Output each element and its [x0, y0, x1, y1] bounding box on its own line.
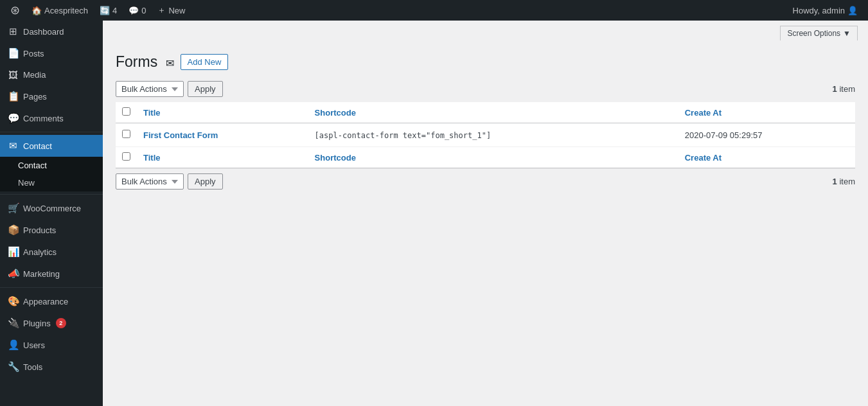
woocommerce-icon: 🛒: [8, 202, 18, 214]
sidebar-label-dashboard: Dashboard: [23, 27, 64, 37]
admin-avatar-icon: 👤: [847, 6, 858, 15]
sidebar-item-products[interactable]: 📦 Products: [0, 219, 103, 241]
sidebar-sep-1: [0, 132, 103, 132]
table-foot: Title Shortcode Create At: [116, 147, 855, 168]
add-new-button[interactable]: Add New: [181, 54, 229, 70]
screen-options-chevron-icon: ▼: [843, 29, 851, 38]
bottom-bulk-actions-select[interactable]: Bulk Actions Delete: [116, 173, 184, 190]
page-title-text: Forms: [116, 53, 157, 70]
th-title-link[interactable]: Title: [143, 108, 161, 118]
topbar-left: ⊛ 🏠 Acespritech 🔄 4 💬 0 ＋ New: [5, 0, 190, 21]
contact-icon: ✉: [8, 140, 18, 152]
comments-count: 0: [141, 6, 146, 15]
sidebar-label-comments: Comments: [23, 114, 64, 123]
topbar-right[interactable]: Howdy, admin 👤: [793, 6, 863, 15]
site-name-item[interactable]: 🏠 Acespritech: [26, 0, 93, 21]
main-inner: Forms ✉ Add New Bulk Actions Delete Appl…: [103, 40, 868, 207]
row-checkbox[interactable]: [122, 130, 130, 138]
sidebar-label-analytics: Analytics: [23, 247, 57, 257]
updates-icon: 🔄: [100, 6, 110, 15]
sidebar-item-media[interactable]: 🖼 Media: [0, 64, 103, 85]
sub-new-label: New: [18, 178, 35, 188]
comments-bubble-icon: 💬: [8, 112, 18, 124]
sidebar-item-appearance[interactable]: 🎨 Appearance: [0, 290, 103, 312]
sidebar-item-plugins[interactable]: 🔌 Plugins 2: [0, 312, 103, 334]
select-all-top-checkbox[interactable]: [122, 107, 130, 116]
top-item-count: 1 item: [833, 84, 855, 94]
top-item-count-number: 1: [833, 84, 837, 94]
sidebar-label-tools: Tools: [23, 362, 42, 372]
plugins-badge: 2: [56, 318, 66, 328]
sidebar-sub-new[interactable]: New: [0, 174, 103, 191]
page-header: Forms ✉ Add New: [116, 53, 855, 71]
tf-create-at-link[interactable]: Create At: [685, 153, 722, 163]
tf-checkbox: [116, 147, 137, 168]
tf-create-at: Create At: [678, 147, 855, 168]
sidebar-label-marketing: Marketing: [23, 269, 60, 279]
sidebar-item-analytics[interactable]: 📊 Analytics: [0, 241, 103, 263]
media-icon: 🖼: [8, 69, 18, 80]
sidebar-label-contact: Contact: [23, 141, 52, 151]
sidebar-sep-2: [0, 194, 103, 195]
sidebar-label-products: Products: [23, 225, 56, 235]
top-bulk-actions-select[interactable]: Bulk Actions Delete: [116, 81, 184, 97]
updates-item[interactable]: 🔄 4: [94, 0, 122, 21]
comments-icon: 💬: [128, 6, 139, 15]
pages-icon: 📋: [8, 91, 18, 102]
sidebar-item-posts[interactable]: 📄 Posts: [0, 42, 103, 64]
tf-shortcode: Shortcode: [308, 147, 678, 168]
sidebar-sub-contact[interactable]: Contact: [0, 157, 103, 174]
marketing-icon: 📣: [8, 268, 18, 279]
wp-logo-item[interactable]: ⊛: [5, 0, 25, 21]
table-footer-row: Title Shortcode Create At: [116, 147, 855, 168]
sidebar: ⊞ Dashboard 📄 Posts 🖼 Media 📋 Pages 💬 Co…: [0, 21, 103, 406]
sidebar-item-dashboard[interactable]: ⊞ Dashboard: [0, 21, 103, 42]
screen-options-label: Screen Options: [787, 29, 840, 38]
sidebar-item-tools[interactable]: 🔧 Tools: [0, 356, 103, 378]
th-shortcode: Shortcode: [308, 102, 678, 123]
sidebar-label-appearance: Appearance: [23, 297, 68, 306]
sidebar-label-plugins: Plugins: [23, 319, 51, 328]
updates-count: 4: [112, 6, 117, 15]
tf-shortcode-link[interactable]: Shortcode: [315, 153, 356, 163]
row-shortcode-text: [aspl-contact-form text="fom_short_1"]: [315, 131, 492, 140]
sidebar-item-users[interactable]: 👤 Users: [0, 334, 103, 356]
new-icon: ＋: [157, 4, 166, 16]
row-title-link[interactable]: First Contact Form: [143, 130, 218, 140]
sidebar-item-woocommerce[interactable]: 🛒 WooCommerce: [0, 197, 103, 219]
wp-logo-icon: ⊛: [10, 3, 20, 17]
posts-icon: 📄: [8, 48, 18, 59]
row-date-text: 2020-07-09 05:29:57: [685, 130, 763, 140]
th-shortcode-link[interactable]: Shortcode: [315, 108, 356, 118]
comments-item[interactable]: 💬 0: [123, 0, 151, 21]
top-apply-button[interactable]: Apply: [188, 81, 223, 97]
table-head: Title Shortcode Create At: [116, 102, 855, 123]
appearance-icon: 🎨: [8, 296, 18, 307]
main-layout: ⊞ Dashboard 📄 Posts 🖼 Media 📋 Pages 💬 Co…: [0, 21, 868, 406]
tf-title: Title: [137, 147, 308, 168]
bottom-table-controls: Bulk Actions Delete Apply 1 item: [116, 173, 855, 190]
bottom-item-count: 1 item: [833, 177, 855, 186]
sub-contact-label: Contact: [18, 161, 47, 170]
table-header-row: Title Shortcode Create At: [116, 102, 855, 123]
new-label: New: [168, 6, 185, 15]
select-all-bottom-checkbox[interactable]: [122, 152, 130, 161]
dashboard-icon: ⊞: [8, 26, 18, 37]
forms-table: Title Shortcode Create At: [116, 102, 855, 168]
th-create-at-link[interactable]: Create At: [685, 108, 722, 118]
new-item[interactable]: ＋ New: [152, 0, 190, 21]
sidebar-label-woocommerce: WooCommerce: [23, 204, 81, 213]
bottom-apply-button[interactable]: Apply: [188, 173, 223, 190]
tf-title-link[interactable]: Title: [143, 153, 161, 163]
sidebar-label-users: Users: [23, 340, 45, 350]
row-shortcode-cell: [aspl-contact-form text="fom_short_1"]: [308, 123, 678, 147]
sidebar-item-pages[interactable]: 📋 Pages: [0, 85, 103, 107]
sidebar-item-contact[interactable]: ✉ Contact: [0, 135, 103, 157]
row-checkbox-cell: [116, 123, 137, 147]
sidebar-item-marketing[interactable]: 📣 Marketing: [0, 263, 103, 285]
screen-options-button[interactable]: Screen Options ▼: [780, 26, 858, 40]
table-row: First Contact Form [aspl-contact-form te…: [116, 123, 855, 147]
sidebar-label-pages: Pages: [23, 92, 47, 102]
sidebar-item-comments[interactable]: 💬 Comments: [0, 107, 103, 129]
tools-icon: 🔧: [8, 361, 18, 373]
